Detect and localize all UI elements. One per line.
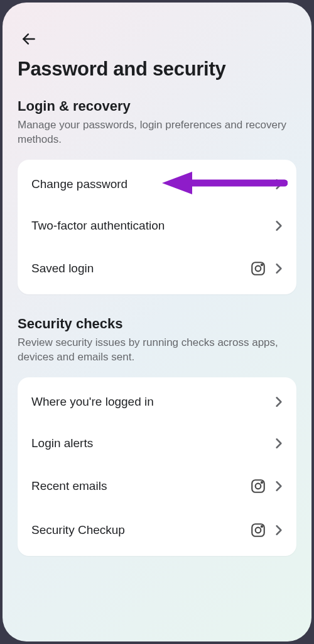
row-right	[275, 396, 283, 408]
svg-point-4	[256, 266, 261, 272]
row-two-factor-auth[interactable]: Two-factor authentication	[18, 205, 296, 247]
row-change-password[interactable]: Change password	[18, 164, 296, 205]
svg-marker-2	[162, 172, 192, 194]
row-right	[250, 522, 283, 538]
instagram-icon	[250, 522, 266, 538]
row-security-checkup[interactable]: Security Checkup	[18, 508, 296, 552]
row-label: Recent emails	[31, 479, 107, 493]
chevron-right-icon	[275, 263, 283, 274]
back-button[interactable]	[18, 28, 40, 50]
row-right	[275, 220, 283, 231]
chevron-right-icon	[275, 438, 283, 449]
row-recent-emails[interactable]: Recent emails	[18, 464, 296, 508]
svg-point-11	[261, 526, 263, 527]
chevron-right-icon	[275, 396, 283, 408]
section-title-security-checks: Security checks	[18, 316, 296, 332]
login-recovery-card: Change password Two-factor authenticatio…	[18, 160, 296, 294]
row-label: Two-factor authentication	[31, 219, 165, 233]
instagram-icon	[250, 478, 266, 494]
screen: Password and security Login & recovery M…	[3, 3, 311, 641]
security-checks-card: Where you're logged in Login alerts Rece…	[18, 377, 296, 556]
row-saved-login[interactable]: Saved login	[18, 247, 296, 291]
row-label: Login alerts	[31, 436, 93, 450]
chevron-right-icon	[275, 525, 283, 536]
svg-point-7	[256, 483, 261, 489]
svg-point-5	[261, 264, 263, 265]
chevron-right-icon	[275, 179, 283, 190]
instagram-icon	[250, 260, 266, 277]
svg-point-8	[261, 482, 263, 483]
row-right	[275, 438, 283, 449]
row-where-logged-in[interactable]: Where you're logged in	[18, 381, 296, 423]
row-label: Security Checkup	[31, 523, 125, 537]
svg-point-10	[256, 527, 261, 533]
chevron-right-icon	[275, 480, 283, 492]
chevron-right-icon	[275, 220, 283, 231]
row-label: Where you're logged in	[31, 395, 154, 409]
highlight-arrow-icon	[162, 170, 288, 199]
page-title: Password and security	[18, 58, 296, 80]
row-right	[250, 260, 283, 277]
section-desc-security-checks: Review security issues by running checks…	[18, 336, 296, 365]
row-login-alerts[interactable]: Login alerts	[18, 423, 296, 464]
back-arrow-icon	[21, 31, 37, 47]
section-title-login-recovery: Login & recovery	[18, 98, 296, 114]
row-label: Saved login	[31, 262, 94, 275]
section-desc-login-recovery: Manage your passwords, login preferences…	[18, 118, 296, 147]
row-right	[250, 478, 283, 494]
row-right	[275, 179, 283, 190]
row-label: Change password	[31, 177, 127, 191]
